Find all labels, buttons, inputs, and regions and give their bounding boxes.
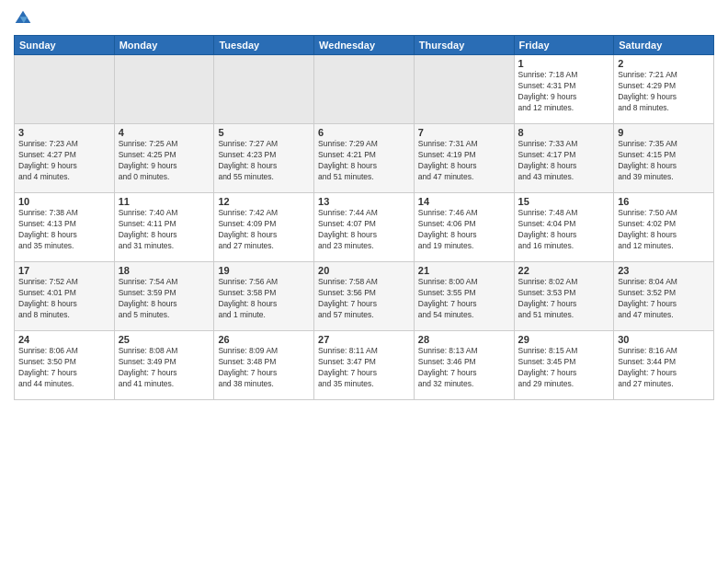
- header-sunday: Sunday: [15, 36, 115, 55]
- day-number: 9: [618, 127, 710, 138]
- day-number: 8: [518, 127, 610, 138]
- day-cell: 7Sunrise: 7:31 AMSunset: 4:19 PMDaylight…: [414, 124, 514, 193]
- day-number: 27: [318, 334, 410, 345]
- day-cell: 22Sunrise: 8:02 AMSunset: 3:53 PMDayligh…: [514, 262, 614, 331]
- day-cell: 18Sunrise: 7:54 AMSunset: 3:59 PMDayligh…: [114, 262, 214, 331]
- day-info: Sunrise: 7:21 AMSunset: 4:29 PMDaylight:…: [618, 70, 710, 114]
- day-info: Sunrise: 8:13 AMSunset: 3:46 PMDaylight:…: [418, 346, 510, 390]
- header: [14, 9, 714, 28]
- day-number: 2: [618, 58, 710, 69]
- day-cell: 19Sunrise: 7:56 AMSunset: 3:58 PMDayligh…: [214, 262, 314, 331]
- header-saturday: Saturday: [614, 36, 714, 55]
- day-number: 15: [518, 196, 610, 207]
- day-cell: 24Sunrise: 8:06 AMSunset: 3:50 PMDayligh…: [15, 331, 115, 400]
- day-cell: 9Sunrise: 7:35 AMSunset: 4:15 PMDaylight…: [614, 124, 714, 193]
- day-info: Sunrise: 7:38 AMSunset: 4:13 PMDaylight:…: [18, 208, 110, 252]
- day-cell: 29Sunrise: 8:15 AMSunset: 3:45 PMDayligh…: [514, 331, 614, 400]
- day-cell: 15Sunrise: 7:48 AMSunset: 4:04 PMDayligh…: [514, 193, 614, 262]
- day-info: Sunrise: 8:02 AMSunset: 3:53 PMDaylight:…: [518, 277, 610, 321]
- day-info: Sunrise: 7:54 AMSunset: 3:59 PMDaylight:…: [119, 277, 210, 321]
- day-number: 11: [119, 196, 210, 207]
- day-cell: 16Sunrise: 7:50 AMSunset: 4:02 PMDayligh…: [614, 193, 714, 262]
- header-monday: Monday: [114, 36, 214, 55]
- day-number: 5: [218, 127, 310, 138]
- day-number: 7: [418, 127, 510, 138]
- day-info: Sunrise: 7:48 AMSunset: 4:04 PMDaylight:…: [518, 208, 610, 252]
- day-cell: [414, 55, 514, 124]
- day-cell: 3Sunrise: 7:23 AMSunset: 4:27 PMDaylight…: [15, 124, 115, 193]
- day-info: Sunrise: 8:11 AMSunset: 3:47 PMDaylight:…: [318, 346, 410, 390]
- day-number: 3: [18, 127, 110, 138]
- header-thursday: Thursday: [414, 36, 514, 55]
- day-cell: 26Sunrise: 8:09 AMSunset: 3:48 PMDayligh…: [214, 331, 314, 400]
- day-cell: [15, 55, 115, 124]
- day-info: Sunrise: 7:35 AMSunset: 4:15 PMDaylight:…: [618, 139, 710, 183]
- day-number: 22: [518, 265, 610, 276]
- header-wednesday: Wednesday: [314, 36, 415, 55]
- day-info: Sunrise: 7:58 AMSunset: 3:56 PMDaylight:…: [318, 277, 410, 321]
- day-number: 14: [418, 196, 510, 207]
- day-cell: 12Sunrise: 7:42 AMSunset: 4:09 PMDayligh…: [214, 193, 314, 262]
- header-row: SundayMondayTuesdayWednesdayThursdayFrid…: [15, 36, 714, 55]
- day-cell: 1Sunrise: 7:18 AMSunset: 4:31 PMDaylight…: [514, 55, 614, 124]
- day-info: Sunrise: 7:56 AMSunset: 3:58 PMDaylight:…: [218, 277, 310, 321]
- day-number: 13: [318, 196, 410, 207]
- day-number: 20: [318, 265, 410, 276]
- day-cell: 17Sunrise: 7:52 AMSunset: 4:01 PMDayligh…: [15, 262, 115, 331]
- week-row-1: 3Sunrise: 7:23 AMSunset: 4:27 PMDaylight…: [15, 124, 714, 193]
- day-cell: 27Sunrise: 8:11 AMSunset: 3:47 PMDayligh…: [314, 331, 415, 400]
- day-cell: [314, 55, 415, 124]
- day-number: 29: [518, 334, 610, 345]
- day-number: 12: [218, 196, 310, 207]
- day-info: Sunrise: 8:06 AMSunset: 3:50 PMDaylight:…: [18, 346, 110, 390]
- day-info: Sunrise: 7:18 AMSunset: 4:31 PMDaylight:…: [518, 70, 610, 114]
- day-cell: 20Sunrise: 7:58 AMSunset: 3:56 PMDayligh…: [314, 262, 415, 331]
- day-info: Sunrise: 7:25 AMSunset: 4:25 PMDaylight:…: [119, 139, 210, 183]
- day-number: 19: [218, 265, 310, 276]
- day-cell: 5Sunrise: 7:27 AMSunset: 4:23 PMDaylight…: [214, 124, 314, 193]
- logo-icon: [14, 9, 32, 28]
- header-tuesday: Tuesday: [214, 36, 314, 55]
- day-info: Sunrise: 7:29 AMSunset: 4:21 PMDaylight:…: [318, 139, 410, 183]
- day-info: Sunrise: 7:52 AMSunset: 4:01 PMDaylight:…: [18, 277, 110, 321]
- day-number: 17: [18, 265, 110, 276]
- day-cell: 6Sunrise: 7:29 AMSunset: 4:21 PMDaylight…: [314, 124, 415, 193]
- day-info: Sunrise: 8:04 AMSunset: 3:52 PMDaylight:…: [618, 277, 710, 321]
- day-cell: 21Sunrise: 8:00 AMSunset: 3:55 PMDayligh…: [414, 262, 514, 331]
- day-number: 1: [518, 58, 610, 69]
- day-info: Sunrise: 7:31 AMSunset: 4:19 PMDaylight:…: [418, 139, 510, 183]
- day-info: Sunrise: 7:44 AMSunset: 4:07 PMDaylight:…: [318, 208, 410, 252]
- day-number: 16: [618, 196, 710, 207]
- day-number: 30: [618, 334, 710, 345]
- day-info: Sunrise: 8:00 AMSunset: 3:55 PMDaylight:…: [418, 277, 510, 321]
- day-cell: 30Sunrise: 8:16 AMSunset: 3:44 PMDayligh…: [614, 331, 714, 400]
- day-number: 4: [119, 127, 210, 138]
- day-cell: 11Sunrise: 7:40 AMSunset: 4:11 PMDayligh…: [114, 193, 214, 262]
- day-info: Sunrise: 7:46 AMSunset: 4:06 PMDaylight:…: [418, 208, 510, 252]
- week-row-3: 17Sunrise: 7:52 AMSunset: 4:01 PMDayligh…: [15, 262, 714, 331]
- day-cell: 28Sunrise: 8:13 AMSunset: 3:46 PMDayligh…: [414, 331, 514, 400]
- day-cell: [214, 55, 314, 124]
- day-info: Sunrise: 7:40 AMSunset: 4:11 PMDaylight:…: [119, 208, 210, 252]
- header-friday: Friday: [514, 36, 614, 55]
- calendar: SundayMondayTuesdayWednesdayThursdayFrid…: [14, 35, 714, 400]
- day-info: Sunrise: 8:15 AMSunset: 3:45 PMDaylight:…: [518, 346, 610, 390]
- day-info: Sunrise: 8:09 AMSunset: 3:48 PMDaylight:…: [218, 346, 310, 390]
- day-info: Sunrise: 8:16 AMSunset: 3:44 PMDaylight:…: [618, 346, 710, 390]
- day-number: 25: [119, 334, 210, 345]
- day-number: 28: [418, 334, 510, 345]
- day-cell: 8Sunrise: 7:33 AMSunset: 4:17 PMDaylight…: [514, 124, 614, 193]
- day-number: 24: [18, 334, 110, 345]
- calendar-body: 1Sunrise: 7:18 AMSunset: 4:31 PMDaylight…: [15, 55, 714, 400]
- day-number: 23: [618, 265, 710, 276]
- day-cell: 23Sunrise: 8:04 AMSunset: 3:52 PMDayligh…: [614, 262, 714, 331]
- day-cell: 4Sunrise: 7:25 AMSunset: 4:25 PMDaylight…: [114, 124, 214, 193]
- page: SundayMondayTuesdayWednesdayThursdayFrid…: [0, 0, 728, 563]
- day-number: 6: [318, 127, 410, 138]
- day-cell: [114, 55, 214, 124]
- day-info: Sunrise: 7:33 AMSunset: 4:17 PMDaylight:…: [518, 139, 610, 183]
- day-info: Sunrise: 7:23 AMSunset: 4:27 PMDaylight:…: [18, 139, 110, 183]
- day-cell: 13Sunrise: 7:44 AMSunset: 4:07 PMDayligh…: [314, 193, 415, 262]
- day-number: 18: [119, 265, 210, 276]
- day-number: 26: [218, 334, 310, 345]
